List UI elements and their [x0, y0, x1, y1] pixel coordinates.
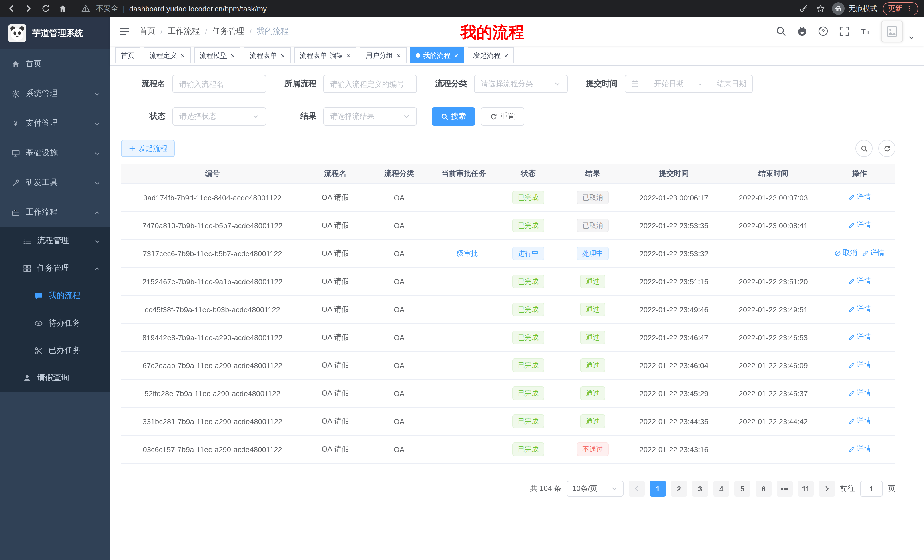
sidebar-item-2[interactable]: ¥支付管理	[0, 108, 110, 138]
chevron-down-icon	[611, 485, 618, 492]
tab-1[interactable]: 流程定义×	[144, 47, 190, 63]
reset-button[interactable]: 重置	[481, 107, 524, 126]
tab-0[interactable]: 首页	[116, 47, 141, 63]
hamburger-icon[interactable]	[119, 26, 130, 37]
sidebar-item-9[interactable]: 待办任务	[0, 309, 110, 337]
process-def-input[interactable]	[323, 75, 417, 93]
filter-field-status: 状态 请选择状态	[130, 107, 266, 126]
page-button-5[interactable]: 5	[734, 481, 750, 497]
status-select[interactable]: 请选择状态	[172, 107, 266, 126]
tab-6[interactable]: 我的流程×	[410, 47, 464, 63]
detail-link[interactable]: 详情	[848, 221, 871, 231]
bookmark-star-icon[interactable]	[815, 3, 826, 14]
table-row: 819442e8-7b9a-11ec-a290-acde48001122OA 请…	[121, 323, 896, 351]
page-size-select[interactable]: 10条/页	[567, 481, 624, 497]
breadcrumb-item[interactable]: 任务管理	[213, 26, 244, 36]
submit-time-range[interactable]: 开始日期 - 结束日期	[625, 75, 753, 93]
process-name-input[interactable]	[172, 75, 266, 93]
sidebar-item-7[interactable]: 任务管理	[0, 255, 110, 282]
page-button-4[interactable]: 4	[713, 481, 729, 497]
sidebar-item-6[interactable]: 流程管理	[0, 227, 110, 255]
cell-end-time: 2022-01-22 23:44:42	[723, 407, 824, 435]
tab-3[interactable]: 流程表单×	[244, 47, 290, 63]
page-button-6[interactable]: 6	[756, 481, 771, 497]
sidebar-item-3[interactable]: 基础设施	[0, 138, 110, 168]
close-icon[interactable]: ×	[280, 52, 285, 59]
category-select[interactable]: 请选择流程分类	[474, 75, 568, 93]
hide-search-button[interactable]	[855, 140, 873, 157]
browser-forward-icon[interactable]	[23, 3, 34, 14]
close-icon[interactable]: ×	[504, 52, 508, 59]
tab-4[interactable]: 流程表单-编辑×	[294, 47, 357, 63]
search-icon[interactable]	[776, 26, 787, 37]
close-icon[interactable]: ×	[230, 52, 235, 59]
detail-icon	[848, 194, 855, 201]
close-icon[interactable]: ×	[454, 52, 458, 59]
close-icon[interactable]: ×	[180, 52, 185, 59]
sidebar-item-8[interactable]: 我的流程	[0, 282, 110, 309]
sidebar-item-1[interactable]: 系统管理	[0, 79, 110, 108]
result-tag: 通过	[580, 331, 605, 344]
sidebar-item-5[interactable]: 工作流程	[0, 198, 110, 227]
help-icon[interactable]: ?	[818, 26, 829, 37]
breadcrumb-item[interactable]: 首页	[140, 26, 155, 36]
sidebar-item-11[interactable]: 请假查询	[0, 364, 110, 392]
tab-2[interactable]: 流程模型×	[194, 47, 240, 63]
detail-link[interactable]: 详情	[848, 332, 871, 342]
next-page-button[interactable]	[819, 481, 835, 497]
detail-link[interactable]: 详情	[848, 361, 871, 370]
current-task-link[interactable]: 一级审批	[449, 249, 478, 258]
detail-link[interactable]: 详情	[848, 304, 871, 314]
cancel-link[interactable]: 取消	[834, 249, 857, 258]
browser-update-button[interactable]: 更新	[883, 2, 918, 15]
detail-link[interactable]: 详情	[848, 388, 871, 398]
logo[interactable]: 芋道管理系统	[0, 17, 110, 49]
cell-actions: 取消详情	[824, 240, 896, 267]
sidebar-item-0[interactable]: 首页	[0, 49, 110, 79]
github-icon[interactable]	[796, 26, 808, 37]
sidebar-item-4[interactable]: 研发工具	[0, 168, 110, 198]
goto-page-input[interactable]	[860, 481, 883, 497]
tab-label: 首页	[121, 51, 135, 60]
browser-back-icon[interactable]	[6, 3, 17, 14]
page-button-2[interactable]: 2	[671, 481, 687, 497]
breadcrumb-item[interactable]: 工作流程	[168, 26, 200, 36]
detail-icon	[848, 362, 855, 369]
detail-link[interactable]: 详情	[848, 193, 871, 202]
refresh-table-button[interactable]	[878, 140, 896, 157]
page-button-1[interactable]: 1	[650, 481, 666, 497]
page-button-11[interactable]: 11	[798, 481, 814, 497]
tab-5[interactable]: 用户分组×	[360, 47, 406, 63]
sidebar-item-label: 支付管理	[26, 118, 58, 129]
close-icon[interactable]: ×	[397, 52, 401, 59]
tab-7[interactable]: 发起流程×	[467, 47, 514, 63]
prev-page-button[interactable]	[629, 481, 645, 497]
create-process-button[interactable]: 发起流程	[121, 140, 175, 157]
detail-link[interactable]: 详情	[848, 277, 871, 286]
browser-home-icon[interactable]	[57, 3, 69, 14]
fullscreen-icon[interactable]	[839, 26, 850, 37]
url-text[interactable]: dashboard.yudao.iocoder.cn/bpm/task/my	[129, 4, 267, 13]
table-tools	[855, 140, 896, 157]
detail-link[interactable]: 详情	[862, 249, 885, 258]
font-size-icon[interactable]: TT	[860, 26, 872, 37]
chevron-down-icon[interactable]	[908, 33, 915, 40]
close-icon[interactable]: ×	[346, 52, 351, 59]
table-row: 3ad174fb-7b9d-11ec-8404-acde48001122OA 请…	[121, 184, 896, 211]
address-bar[interactable]: 不安全 | dashboard.yudao.iocoder.cn/bpm/tas…	[80, 3, 792, 14]
browser-reload-icon[interactable]	[40, 3, 51, 14]
search-button[interactable]: 搜索	[432, 107, 475, 126]
sidebar-item-10[interactable]: 已办任务	[0, 337, 110, 364]
detail-link[interactable]: 详情	[848, 416, 871, 426]
cell-submit-time: 2022-01-22 23:46:47	[625, 323, 723, 351]
cell-id: 52ffd28e-7b9a-11ec-a290-acde48001122	[121, 379, 304, 407]
password-key-icon[interactable]	[798, 3, 809, 14]
more-pages-button[interactable]: •••	[777, 481, 793, 497]
detail-link[interactable]: 详情	[848, 445, 871, 454]
incognito-badge[interactable]: 无痕模式	[832, 2, 877, 15]
result-select[interactable]: 请选择流结果	[323, 107, 417, 126]
browser-menu-icon[interactable]	[905, 4, 913, 13]
security-label[interactable]: 不安全	[96, 3, 118, 14]
avatar[interactable]	[881, 21, 903, 42]
page-button-3[interactable]: 3	[692, 481, 708, 497]
